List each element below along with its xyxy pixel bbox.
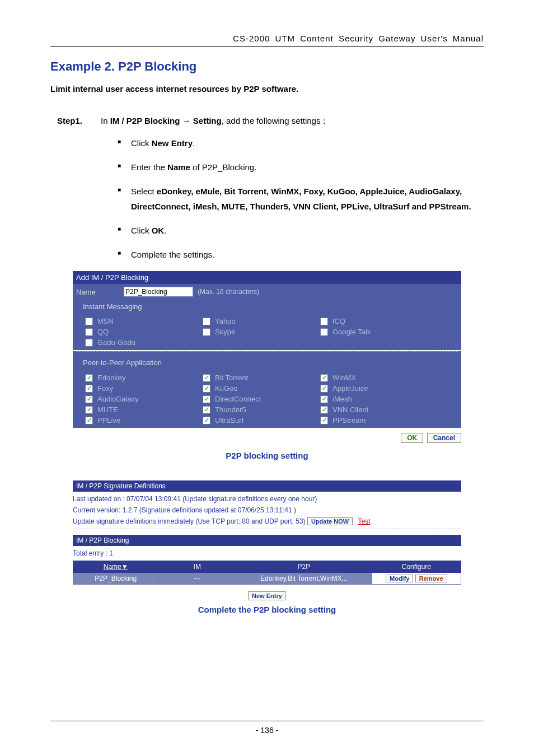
checkbox-option[interactable]: UltraSurf [203, 416, 320, 424]
p2p-options: EdonkeyBit TorrentWinMXFoxyKuGooAppleJui… [73, 372, 461, 428]
checkbox-icon[interactable] [203, 318, 210, 325]
bullet-text: Enter the [131, 162, 167, 172]
col-name[interactable]: Name▼ [73, 561, 158, 573]
cancel-button[interactable]: Cancel [427, 433, 461, 443]
bullet-text: Click [131, 226, 152, 235]
checkbox-label: iMesh [332, 395, 352, 403]
checkbox-option[interactable]: Bit Torrent [203, 374, 320, 382]
table-row: P2P_Blocking --- Edonkey,Bit Torrent,Win… [73, 573, 461, 585]
checkbox-icon[interactable] [320, 328, 328, 336]
bullet-item: Enter the Name of P2P_Blocking. [118, 160, 484, 175]
step-label: Step1. [57, 116, 101, 127]
checkbox-option[interactable]: MUTE [85, 405, 203, 414]
page-footer: - 136 - [0, 721, 534, 735]
cell-im: --- [158, 573, 236, 585]
checkbox-option [320, 338, 438, 347]
update-now-button[interactable]: Update NOW [307, 517, 353, 525]
checkbox-option[interactable]: AppleJuice [320, 384, 438, 393]
checkbox-label: VNN Client [332, 405, 368, 414]
p2p-subhead: Peer-to-Peer Application [73, 357, 461, 370]
checkbox-label: Yahoo [215, 317, 236, 325]
checkbox-option[interactable]: PPLive [85, 416, 203, 424]
checkbox-option[interactable]: Yahoo [203, 317, 320, 325]
checkbox-icon[interactable] [203, 395, 210, 403]
checkbox-icon[interactable] [203, 385, 210, 393]
checkbox-label: ICQ [332, 317, 345, 325]
checkbox-icon[interactable] [203, 328, 210, 336]
ok-button[interactable]: OK [401, 433, 423, 443]
new-entry-button[interactable]: New Entry [248, 591, 286, 600]
checkbox-icon[interactable] [320, 318, 328, 325]
remove-button[interactable]: Remove [415, 575, 447, 582]
checkbox-icon[interactable] [85, 385, 93, 393]
sig-line-3: Update signature definitions immediately… [73, 517, 461, 525]
checkbox-icon[interactable] [85, 339, 93, 347]
checkbox-option[interactable]: Google Talk [320, 328, 438, 336]
checkbox-label: Google Talk [332, 328, 371, 336]
bullet-item: Click New Entry. [118, 136, 484, 151]
checkbox-icon[interactable] [85, 318, 93, 325]
checkbox-option[interactable]: Edonkey [85, 374, 203, 382]
checkbox-option[interactable]: Thunder5 [203, 405, 320, 414]
checkbox-icon[interactable] [85, 406, 93, 414]
arrow-icon: → [180, 116, 193, 125]
checkbox-option[interactable]: DirectConnect [203, 395, 320, 403]
col-p2p: P2P [236, 561, 372, 573]
checkbox-option[interactable]: KuGoo [203, 384, 320, 393]
cell-configure: Modify Remove [372, 573, 461, 585]
checkbox-icon[interactable] [85, 395, 93, 403]
bullet-text: Click [131, 138, 152, 148]
checkbox-icon[interactable] [85, 328, 93, 336]
checkbox-option[interactable]: Skype [203, 328, 320, 336]
step-prefix: In [101, 116, 110, 125]
checkbox-option[interactable]: iMesh [320, 395, 438, 403]
bullet-text: Complete the settings. [131, 250, 214, 259]
step-text: In IM / P2P Blocking → Setting, add the … [101, 116, 329, 127]
checkbox-label: Foxy [97, 384, 113, 393]
bullet-bold: OK [152, 226, 165, 235]
checkbox-icon[interactable] [320, 406, 328, 414]
checkbox-option[interactable]: ICQ [320, 317, 438, 325]
checkbox-icon[interactable] [320, 374, 328, 382]
checkbox-icon[interactable] [85, 417, 93, 424]
running-header: CS-2000 UTM Content Security Gateway Use… [50, 34, 484, 43]
checkbox-option[interactable]: QQ [85, 328, 203, 336]
footer-rule [50, 721, 484, 721]
checkbox-icon[interactable] [203, 406, 210, 414]
bullet-text: of P2P_Blocking. [190, 162, 256, 172]
checkbox-label: QQ [97, 328, 109, 336]
checkbox-option[interactable]: AudioGalaxy [85, 395, 203, 403]
checkbox-label: WinMX [332, 374, 356, 382]
sig-info: Last updated on : 07/07/04 13:09:41 (Upd… [73, 492, 461, 525]
bullet-text: . [193, 138, 195, 148]
checkbox-icon[interactable] [320, 395, 328, 403]
checkbox-option[interactable]: MSN [85, 317, 203, 325]
panel-title: Add IM / P2P Blocking [73, 271, 461, 284]
test-link[interactable]: Test [358, 517, 370, 525]
checkbox-option[interactable]: WinMX [320, 374, 438, 382]
bullet-text: . [164, 226, 166, 235]
bullet-item: Select eDonkey, eMule, Bit Torrent, WinM… [118, 184, 484, 214]
sig-line-3-text: Update signature definitions immediately… [73, 517, 306, 525]
header-rule [50, 46, 484, 47]
checkbox-icon[interactable] [203, 417, 210, 424]
figure-caption-2: Complete the P2P blocking setting [50, 605, 484, 614]
step-bold-2: Setting [193, 116, 222, 125]
col-name-label: Name [104, 563, 121, 571]
signature-screenshot: IM / P2P Signature Definitions Last upda… [73, 480, 461, 600]
im-subhead: Instant Messaging [73, 300, 461, 314]
figure-caption-1: P2P blocking setting [50, 451, 484, 460]
name-input[interactable] [124, 287, 193, 297]
checkbox-label: Thunder5 [215, 405, 246, 414]
col-configure: Configure [372, 561, 461, 573]
checkbox-option[interactable]: PPStream [320, 416, 438, 424]
checkbox-option[interactable]: Foxy [85, 384, 203, 393]
checkbox-option[interactable]: Gadu-Gadu [85, 338, 203, 347]
checkbox-icon[interactable] [320, 385, 328, 393]
checkbox-option[interactable]: VNN Client [320, 405, 438, 414]
checkbox-icon[interactable] [203, 374, 210, 382]
checkbox-icon[interactable] [85, 374, 93, 382]
checkbox-icon[interactable] [320, 417, 328, 424]
modify-button[interactable]: Modify [386, 575, 413, 582]
bullet-bold: eDonkey, eMule, Bit Torrent, WinMX, Foxy… [131, 186, 471, 211]
